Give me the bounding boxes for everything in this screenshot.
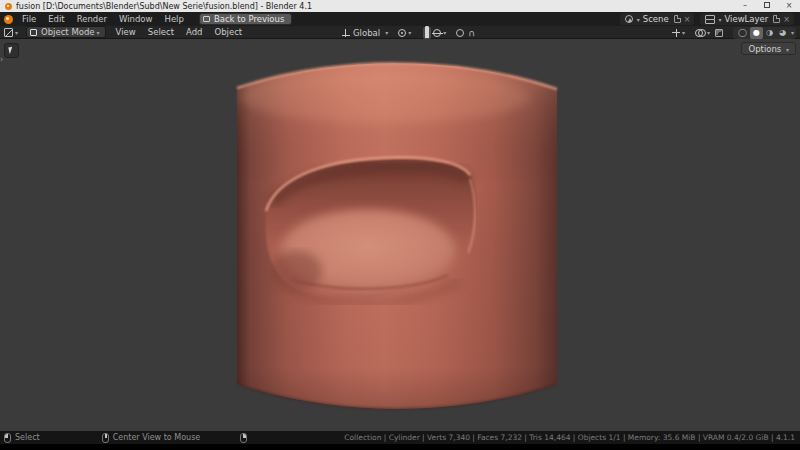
viewlayer-icon	[705, 15, 714, 23]
minimize-button[interactable]: –	[734, 0, 756, 12]
chevron-down-icon: ▾	[385, 29, 388, 36]
scene-selector[interactable]: ▾ Scene ×	[620, 13, 695, 25]
select-tool-button[interactable]	[4, 43, 19, 58]
menu-edit[interactable]: Edit	[42, 12, 70, 26]
menu-select[interactable]: Select	[142, 25, 180, 39]
maximize-button[interactable]	[756, 0, 778, 12]
gizmo-icon[interactable]	[672, 29, 680, 37]
pivot-point-icon[interactable]	[398, 29, 406, 37]
chevron-down-icon: ▾	[408, 29, 411, 36]
chevron-down-icon: ▾	[637, 16, 640, 23]
proportional-editing-icon[interactable]	[456, 29, 464, 37]
menu-window[interactable]: Window	[113, 12, 159, 26]
editor-3d-viewport-icon	[4, 28, 13, 37]
orientation-dropdown[interactable]: Global	[353, 28, 380, 38]
mode-dropdown[interactable]: Object Mode ▾	[26, 26, 106, 38]
lmb-hint: Select	[15, 433, 40, 442]
cursor-select-icon	[8, 47, 13, 55]
blender-logo-icon	[5, 3, 12, 10]
snap-target-icon[interactable]	[433, 29, 441, 37]
overlays-icon[interactable]	[695, 29, 705, 37]
screen-back-icon	[203, 16, 210, 22]
shading-solid-button[interactable]: ●	[750, 27, 763, 39]
options-label: Options	[748, 44, 781, 54]
blender-topbar: File Edit Render Window Help Back to Pre…	[0, 12, 800, 26]
close-button[interactable]: ×	[778, 0, 800, 12]
menu-add[interactable]: Add	[180, 25, 208, 39]
back-to-previous-button[interactable]: Back to Previous	[199, 13, 293, 25]
editor-type-button[interactable]: ▾	[0, 28, 22, 37]
menu-help[interactable]: Help	[158, 12, 189, 26]
os-titlebar: fusion [D:\Documents\Blender\Subd\New Se…	[0, 0, 800, 12]
transform-orientation-icon	[342, 29, 350, 37]
chevron-down-icon: ▾	[97, 29, 100, 36]
xray-toggle-icon[interactable]	[715, 29, 723, 37]
menu-object[interactable]: Object	[208, 25, 248, 39]
scene-stats: Collection | Cylinder | Verts 7,340 | Fa…	[344, 431, 795, 444]
snap-toggle[interactable]	[423, 27, 431, 39]
shading-wireframe-button[interactable]: ◯	[735, 27, 750, 39]
shading-material-button[interactable]: ◑	[763, 27, 776, 39]
viewlayer-selector[interactable]: ▾ ViewLayer ×	[700, 13, 794, 25]
left-mouse-icon	[4, 433, 11, 443]
mode-label: Object Mode	[41, 27, 95, 37]
scene-name[interactable]: Scene	[643, 14, 669, 24]
bottom-strip	[0, 444, 800, 450]
shading-mode-group: ◯ ● ◑ ◕ ▾	[733, 27, 796, 39]
blender-window: fusion [D:\Documents\Blender\Subd\New Se…	[0, 0, 800, 450]
options-button[interactable]: Options ▾	[741, 42, 796, 55]
chevron-down-icon: ▾	[15, 29, 18, 36]
object-cylinder[interactable]	[0, 39, 800, 431]
viewport-header: ▾ Object Mode ▾ View Select Add Object G…	[0, 26, 800, 39]
object-mode-icon	[30, 29, 37, 36]
back-to-previous-label: Back to Previous	[214, 14, 285, 25]
right-mouse-icon	[240, 433, 247, 443]
menu-view[interactable]: View	[110, 25, 142, 39]
chevron-down-icon: ▾	[786, 46, 789, 53]
chevron-down-icon: ▾	[791, 29, 794, 36]
falloff-icon[interactable]: ∩	[468, 28, 475, 38]
menu-render[interactable]: Render	[71, 12, 113, 26]
new-scene-icon[interactable]	[674, 15, 681, 23]
menu-file[interactable]: File	[16, 12, 42, 26]
window-title: fusion [D:\Documents\Blender\Subd\New Se…	[16, 2, 734, 11]
mmb-hint: Center View to Mouse	[113, 433, 201, 442]
chevron-down-icon: ▾	[718, 16, 721, 23]
viewlayer-name[interactable]: ViewLayer	[724, 14, 768, 24]
chevron-down-icon: ▾	[707, 29, 710, 36]
magnet-icon	[425, 26, 429, 38]
blender-menu-icon[interactable]	[4, 15, 13, 24]
chevron-down-icon: ▾	[443, 29, 446, 36]
viewport-3d[interactable]: › Options ▾	[0, 39, 800, 431]
unlink-scene-icon[interactable]: ×	[683, 15, 692, 24]
chevron-down-icon: ▾	[682, 29, 685, 36]
toolbar-expand-arrow[interactable]: ›	[0, 55, 3, 64]
shading-rendered-button[interactable]: ◕	[776, 27, 789, 39]
remove-viewlayer-icon[interactable]: ×	[782, 15, 791, 24]
new-viewlayer-icon[interactable]	[773, 15, 780, 23]
middle-mouse-icon	[102, 433, 109, 443]
scene-icon	[625, 15, 633, 23]
statusbar: Select Center View to Mouse Collection |…	[0, 431, 800, 444]
